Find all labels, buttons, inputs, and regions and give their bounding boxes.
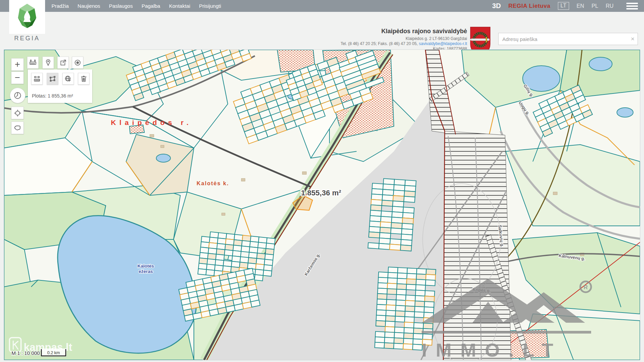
municipality-address: Klaipėdos g. 2 LT-96130 Gargždai	[288, 36, 467, 41]
share-icon	[59, 59, 67, 66]
distance-icon	[33, 75, 41, 83]
tape-measure-icon	[29, 59, 37, 66]
parcel-cluster	[375, 267, 436, 350]
nav-item-pradzia[interactable]: Pradžia	[52, 3, 69, 9]
history-clock-button[interactable]	[10, 88, 25, 103]
nav-item-pagalba[interactable]: Pagalba	[142, 3, 160, 9]
lang-en[interactable]: EN	[577, 3, 584, 9]
lithuania-outline-icon	[14, 124, 22, 132]
measure-on-map-button[interactable]	[62, 73, 74, 85]
trash-icon	[80, 75, 87, 83]
view-3d-button[interactable]: 3D	[492, 2, 501, 10]
export-tool-button[interactable]	[57, 57, 69, 69]
measure-tool-button[interactable]	[27, 57, 39, 69]
track-location-button[interactable]	[72, 57, 83, 69]
zoom-out-button[interactable]: −	[11, 71, 24, 84]
main-menu: Pradžia Naujienos Paslaugos Pagalba Kont…	[52, 0, 221, 12]
search-clear-icon[interactable]: ×	[631, 35, 635, 43]
map-canvas[interactable]: Klaipėdos r. Kalotės k. Kalotės ežeras 1…	[4, 50, 640, 360]
page-header: Klaipėdos rajono savivaldybė Klaipėdos g…	[0, 12, 644, 50]
lithuania-extent-button[interactable]	[11, 122, 24, 134]
svg-text:IMMO.LT: IMMO.LT	[422, 339, 562, 360]
measure-area-button[interactable]	[47, 73, 58, 85]
village-label: Kalotės k.	[197, 180, 229, 186]
hamburger-menu-icon[interactable]	[626, 3, 638, 9]
clear-measurement-button[interactable]	[78, 73, 89, 85]
measurement-panel: Plotas: 1 855,36 m²	[28, 69, 92, 103]
cadastral-map[interactable]: Klaipėdos r. Kalotės k. Kalotės ežeras 1…	[4, 50, 640, 360]
nav-item-naujienos[interactable]: Naujienos	[78, 3, 100, 9]
municipality-block: Klaipėdos rajono savivaldybė Klaipėdos g…	[288, 28, 467, 51]
locate-button[interactable]	[11, 107, 24, 119]
clock-icon	[14, 91, 22, 100]
svg-text:R: R	[584, 284, 588, 291]
municipality-email-link[interactable]: savivaldybe@klaipedos-r.lt	[419, 41, 467, 46]
regia-logo-text: REGIA	[9, 35, 45, 42]
nav-item-paslaugos[interactable]: Paslaugos	[109, 3, 133, 9]
search-input[interactable]	[499, 33, 638, 45]
lake-label-1: Kalotės	[138, 263, 154, 269]
area-result-label: Plotas: 1 855,36 m²	[32, 93, 73, 99]
nav-item-prisijungti[interactable]: Prisijungti	[199, 3, 221, 9]
marker-tool-button[interactable]	[42, 57, 54, 69]
scale-bar-label: 0.2 km	[47, 350, 60, 355]
address-search: ×	[498, 33, 638, 45]
measurement-label: 1 855,36 m²	[301, 189, 341, 197]
lang-ru[interactable]: RU	[606, 3, 613, 9]
area-icon	[49, 75, 56, 83]
municipality-contacts: Tel. (8 46) 47 20 25; Faks. (8 46) 47 20…	[288, 41, 467, 46]
regia-lietuva-link[interactable]: REGIA Lietuva	[508, 3, 550, 9]
scale-ratio: M 1 : 10 000	[12, 350, 40, 356]
top-navbar: Pradžia Naujienos Paslaugos Pagalba Kont…	[0, 0, 644, 12]
regia-gem-icon	[16, 3, 38, 29]
crosshair-icon	[14, 109, 21, 117]
map-pin-icon	[44, 59, 52, 66]
municipality-title: Klaipėdos rajono savivaldybė	[288, 28, 467, 35]
lake-label-2: ežeras	[139, 269, 153, 274]
lang-pl[interactable]: PL	[591, 3, 598, 9]
regia-logo[interactable]	[9, 0, 45, 34]
measure-distance-button[interactable]	[31, 73, 43, 85]
nav-item-kontaktai[interactable]: Kontaktai	[169, 3, 190, 9]
zoom-in-button[interactable]: +	[11, 58, 24, 71]
record-dot-icon	[74, 59, 81, 66]
district-label: Klaipėdos r.	[111, 119, 192, 126]
globe-cursor-icon	[64, 75, 72, 83]
lang-lt[interactable]: LT	[558, 2, 569, 10]
